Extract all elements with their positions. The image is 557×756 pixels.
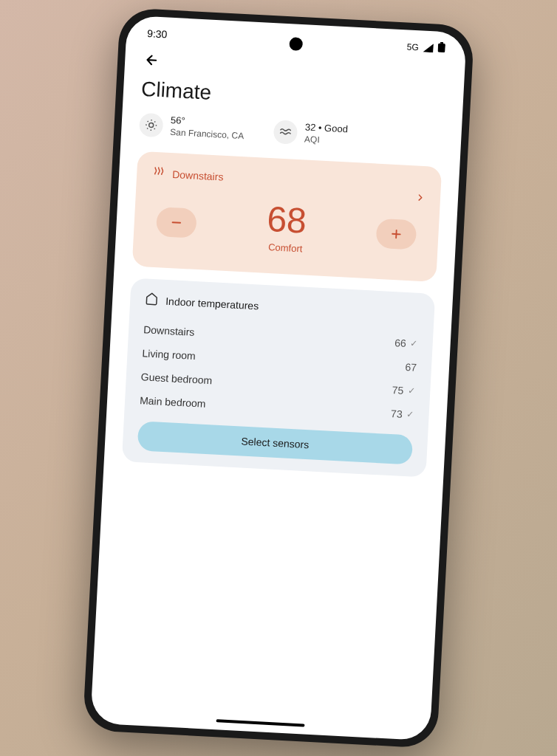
weather-text: 56° San Francisco, CA <box>170 114 245 142</box>
battery-icon <box>437 42 445 55</box>
back-button[interactable] <box>143 51 161 69</box>
heat-icon <box>151 165 165 182</box>
status-right: 5G <box>406 40 445 55</box>
temp-value: 68 <box>266 202 307 239</box>
thermostat-card[interactable]: Downstairs 68 Comfort <box>132 151 442 282</box>
check-icon: ✓ <box>410 339 418 350</box>
aqi-icon <box>273 120 298 145</box>
status-time: 9:30 <box>147 27 168 40</box>
sensors-header: Indoor temperatures <box>145 292 420 322</box>
home-icon <box>145 292 159 309</box>
temp-decrease-button[interactable] <box>156 207 197 238</box>
svg-point-2 <box>149 123 154 127</box>
temp-display: 68 Comfort <box>265 202 307 255</box>
sensor-value-wrap: 73 ✓ <box>391 408 414 422</box>
aqi-text: 32 • Good AQI <box>304 121 349 147</box>
home-indicator[interactable] <box>216 719 304 726</box>
svg-rect-0 <box>437 44 445 53</box>
sensors-card: Indoor temperatures Downstairs 66 ✓ Livi… <box>122 278 435 478</box>
sensor-value-wrap: 66 ✓ <box>394 337 418 351</box>
sun-icon <box>139 113 164 138</box>
phone-frame: 9:30 5G Climate <box>83 7 475 749</box>
select-sensors-button[interactable]: Select sensors <box>137 422 414 465</box>
signal-icon <box>423 43 434 52</box>
sensor-name: Downstairs <box>143 324 195 339</box>
chevron-right-icon[interactable] <box>414 193 426 207</box>
sensor-value-wrap: 67 <box>405 361 417 374</box>
sensor-name: Living room <box>142 348 196 362</box>
sensor-name: Guest bedroom <box>140 371 212 387</box>
aqi-item[interactable]: 32 • Good AQI <box>273 120 349 148</box>
check-icon: ✓ <box>408 386 416 397</box>
network-label: 5G <box>406 41 419 52</box>
svg-rect-1 <box>440 42 443 44</box>
sensor-temp: 75 <box>392 385 403 397</box>
phone-screen: 9:30 5G Climate <box>90 16 467 741</box>
zone-label: Downstairs <box>172 168 224 183</box>
sensors-title: Indoor temperatures <box>165 295 259 312</box>
sensor-value-wrap: 75 ✓ <box>392 385 415 398</box>
temp-mode: Comfort <box>265 241 305 255</box>
weather-row: 56° San Francisco, CA 32 • Good AQI <box>139 113 444 153</box>
sensor-temp: 67 <box>405 361 417 374</box>
sensor-name: Main bedroom <box>140 395 206 410</box>
temp-increase-button[interactable] <box>375 219 417 250</box>
thermostat-header: Downstairs <box>151 165 427 195</box>
aqi-label: AQI <box>304 134 348 148</box>
thermostat-controls: 68 Comfort <box>148 190 426 267</box>
sensor-temp: 73 <box>391 408 403 421</box>
sensor-temp: 66 <box>394 337 406 350</box>
content-area: Climate 56° San Francisco, CA <box>103 71 463 485</box>
weather-item[interactable]: 56° San Francisco, CA <box>139 113 245 142</box>
check-icon: ✓ <box>406 410 414 421</box>
